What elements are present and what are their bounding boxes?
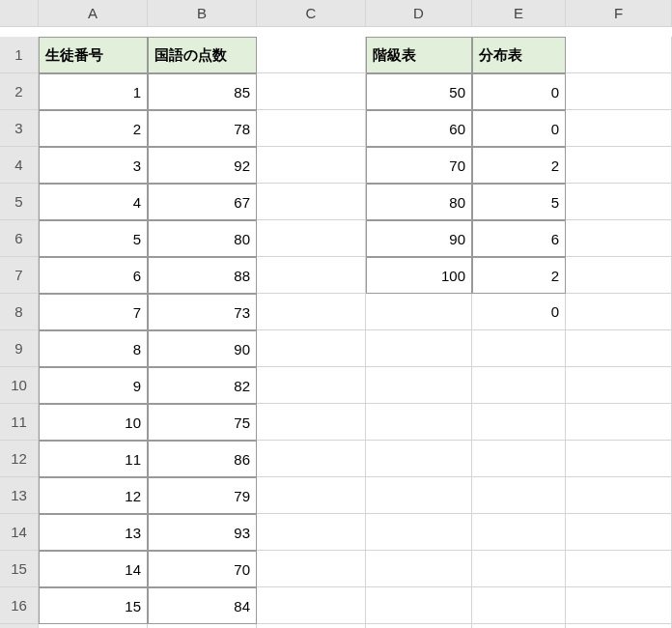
cell-A14[interactable]: 13 [39,514,148,551]
row-header-4[interactable]: 4 [0,147,39,184]
cell-E8[interactable]: 0 [472,294,566,330]
cell-B15[interactable]: 70 [148,551,257,587]
cell-A16[interactable]: 15 [39,587,148,624]
cell-A13[interactable]: 12 [39,477,148,514]
cell-D10[interactable] [366,367,472,404]
cell-F8[interactable] [566,294,672,330]
cell-C9[interactable] [257,330,366,367]
cell-A2[interactable]: 1 [39,73,148,110]
cell-B3[interactable]: 78 [148,110,257,147]
row-header-9[interactable]: 9 [0,330,39,367]
cell-E3[interactable]: 0 [472,110,566,147]
cell-E4[interactable]: 2 [472,147,566,184]
cell-D13[interactable] [366,477,472,514]
cell-C4[interactable] [257,147,366,184]
cell-D3[interactable]: 60 [366,110,472,147]
cell-E15[interactable] [472,551,566,587]
cell-E6[interactable]: 6 [472,220,566,257]
cell-A8[interactable]: 7 [39,294,148,330]
row-header-10[interactable]: 10 [0,367,39,404]
cell-E16[interactable] [472,587,566,624]
row-header-13[interactable]: 13 [0,477,39,514]
cell-A3[interactable]: 2 [39,110,148,147]
cell-C6[interactable] [257,220,366,257]
cell-F2[interactable] [566,73,672,110]
cell-A10[interactable]: 9 [39,367,148,404]
spreadsheet-grid[interactable]: ABCDEF1生徒番号国語の点数階級表分布表218550032786004392… [0,0,672,628]
cell-E7[interactable]: 2 [472,257,566,294]
cell-A11[interactable]: 10 [39,404,148,441]
cell-A12[interactable]: 11 [39,441,148,477]
col-header-A[interactable]: A [39,0,148,27]
cell-D17[interactable] [366,624,472,628]
cell-D9[interactable] [366,330,472,367]
cell-D7[interactable]: 100 [366,257,472,294]
cell-D8[interactable] [366,294,472,330]
col-header-C[interactable]: C [257,0,366,27]
cell-F5[interactable] [566,184,672,220]
cell-E12[interactable] [472,441,566,477]
row-header-12[interactable]: 12 [0,441,39,477]
cell-B8[interactable]: 73 [148,294,257,330]
cell-D1[interactable]: 階級表 [366,37,472,73]
col-header-D[interactable]: D [366,0,472,27]
cell-C14[interactable] [257,514,366,551]
cell-C16[interactable] [257,587,366,624]
cell-A1[interactable]: 生徒番号 [39,37,148,73]
cell-D2[interactable]: 50 [366,73,472,110]
row-header-17[interactable]: 17 [0,624,39,628]
cell-E14[interactable] [472,514,566,551]
cell-A5[interactable]: 4 [39,184,148,220]
row-header-6[interactable]: 6 [0,220,39,257]
cell-E17[interactable] [472,624,566,628]
cell-C1[interactable] [257,37,366,73]
row-header-1[interactable]: 1 [0,37,39,73]
cell-F16[interactable] [566,587,672,624]
cell-B4[interactable]: 92 [148,147,257,184]
cell-C10[interactable] [257,367,366,404]
cell-F6[interactable] [566,220,672,257]
cell-A15[interactable]: 14 [39,551,148,587]
cell-F17[interactable] [566,624,672,628]
cell-F15[interactable] [566,551,672,587]
cell-C13[interactable] [257,477,366,514]
cell-B9[interactable]: 90 [148,330,257,367]
cell-D16[interactable] [366,587,472,624]
cell-F4[interactable] [566,147,672,184]
cell-D12[interactable] [366,441,472,477]
cell-A9[interactable]: 8 [39,330,148,367]
cell-B1[interactable]: 国語の点数 [148,37,257,73]
cell-F11[interactable] [566,404,672,441]
cell-F12[interactable] [566,441,672,477]
cell-B6[interactable]: 80 [148,220,257,257]
cell-C15[interactable] [257,551,366,587]
cell-C11[interactable] [257,404,366,441]
col-header-B[interactable]: B [148,0,257,27]
cell-E1[interactable]: 分布表 [472,37,566,73]
cell-E2[interactable]: 0 [472,73,566,110]
cell-B16[interactable]: 84 [148,587,257,624]
cell-C8[interactable] [257,294,366,330]
cell-F10[interactable] [566,367,672,404]
cell-A4[interactable]: 3 [39,147,148,184]
cell-F1[interactable] [566,37,672,73]
cell-E9[interactable] [472,330,566,367]
row-header-8[interactable]: 8 [0,294,39,330]
cell-B13[interactable]: 79 [148,477,257,514]
row-header-7[interactable]: 7 [0,257,39,294]
cell-C17[interactable] [257,624,366,628]
col-header-E[interactable]: E [472,0,566,27]
cell-A17[interactable] [39,624,148,628]
cell-C3[interactable] [257,110,366,147]
cell-B14[interactable]: 93 [148,514,257,551]
cell-E5[interactable]: 5 [472,184,566,220]
cell-D4[interactable]: 70 [366,147,472,184]
row-header-11[interactable]: 11 [0,404,39,441]
cell-F9[interactable] [566,330,672,367]
cell-D6[interactable]: 90 [366,220,472,257]
row-header-5[interactable]: 5 [0,184,39,220]
row-header-2[interactable]: 2 [0,73,39,110]
cell-B2[interactable]: 85 [148,73,257,110]
cell-D14[interactable] [366,514,472,551]
cell-B5[interactable]: 67 [148,184,257,220]
